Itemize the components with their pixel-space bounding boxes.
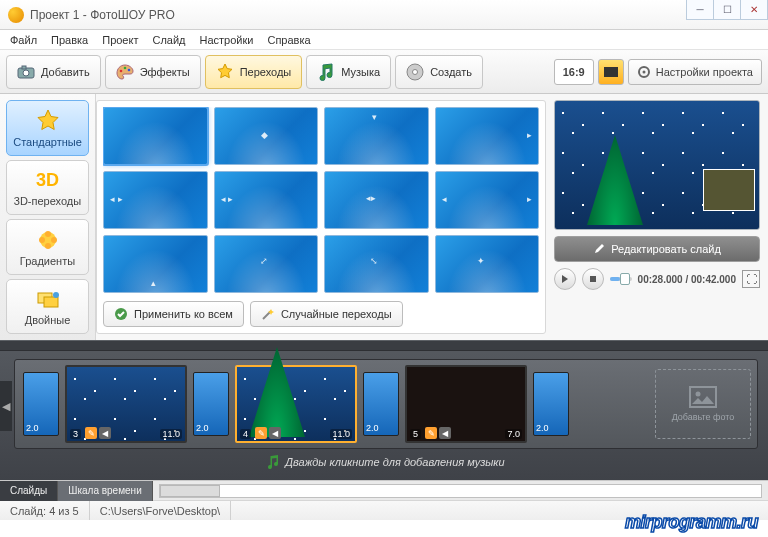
sidebar-label: Двойные bbox=[25, 314, 71, 326]
transition-chip[interactable]: 2.0 bbox=[363, 372, 399, 436]
project-settings-button[interactable]: Настройки проекта bbox=[628, 59, 762, 85]
transition-thumb[interactable]: ◂ ▸ bbox=[214, 171, 319, 229]
minimize-button[interactable]: ─ bbox=[686, 0, 714, 20]
sidebar-item-double[interactable]: Двойные bbox=[6, 279, 89, 335]
menubar: Файл Правка Проект Слайд Настройки Справ… bbox=[0, 30, 768, 50]
transition-thumb[interactable] bbox=[103, 107, 208, 165]
h-scrollbar[interactable] bbox=[159, 484, 762, 498]
sidebar-label: 3D-переходы bbox=[14, 195, 81, 207]
double-icon bbox=[35, 286, 61, 312]
sidebar-item-standard[interactable]: Стандартные bbox=[6, 100, 89, 156]
transition-thumb[interactable]: ▴ bbox=[103, 235, 208, 293]
aspect-ratio[interactable]: 16:9 bbox=[554, 59, 594, 85]
transition-thumb[interactable]: ◂ ▸ bbox=[103, 171, 208, 229]
close-button[interactable]: ✕ bbox=[740, 0, 768, 20]
transition-thumb[interactable]: ⤢ bbox=[214, 235, 319, 293]
apply-all-button[interactable]: Применить ко всем bbox=[103, 301, 244, 327]
music-icon bbox=[317, 63, 335, 81]
seek-slider[interactable] bbox=[610, 277, 632, 281]
sidebar: Стандартные 3D 3D-переходы Градиенты Дво… bbox=[0, 94, 96, 340]
timeline-nav-left[interactable]: ◀ bbox=[0, 381, 12, 431]
svg-point-9 bbox=[642, 70, 645, 73]
transition-thumb[interactable]: ◂▸ bbox=[324, 171, 429, 229]
transition-thumb[interactable]: ◂▸ bbox=[435, 171, 540, 229]
create-button[interactable]: Создать bbox=[395, 55, 483, 89]
music-label: Музыка bbox=[341, 66, 380, 78]
check-icon bbox=[114, 307, 128, 321]
random-button[interactable]: Случайные переходы bbox=[250, 301, 403, 327]
tab-slides[interactable]: Слайды bbox=[0, 481, 58, 501]
music-button[interactable]: Музыка bbox=[306, 55, 391, 89]
add-photo-label: Добавьте фото bbox=[672, 412, 735, 422]
sidebar-item-3d[interactable]: 3D 3D-переходы bbox=[6, 160, 89, 216]
play-button[interactable] bbox=[554, 268, 576, 290]
menu-edit[interactable]: Правка bbox=[45, 32, 94, 48]
sidebar-label: Стандартные bbox=[13, 136, 82, 148]
random-label: Случайные переходы bbox=[281, 308, 392, 320]
transition-thumb[interactable]: ▾ bbox=[324, 107, 429, 165]
status-path: C:\Users\Forve\Desktop\ bbox=[90, 501, 231, 520]
playback-controls: 00:28.000 / 00:42.000 ⛶ bbox=[554, 264, 760, 290]
stop-button[interactable] bbox=[582, 268, 604, 290]
pencil-icon[interactable]: ✎ bbox=[85, 427, 97, 439]
status-slide: Слайд: 4 из 5 bbox=[0, 501, 90, 520]
svg-rect-2 bbox=[22, 66, 26, 69]
menu-slide[interactable]: Слайд bbox=[146, 32, 191, 48]
timeline-slide[interactable]: 3✎◀11.0 bbox=[65, 365, 187, 443]
svg-rect-19 bbox=[590, 276, 596, 282]
transitions-gallery: ◆ ▾ ▸ ◂ ▸ ◂ ▸ ◂▸ ◂▸ ▴ ⤢ ⤡ ✦ Применить ко… bbox=[96, 100, 546, 334]
pencil-icon[interactable]: ✎ bbox=[255, 427, 267, 439]
pencil-icon[interactable]: ✎ bbox=[425, 427, 437, 439]
music-track[interactable]: Дважды кликните для добавления музыки bbox=[14, 453, 758, 471]
svg-point-14 bbox=[45, 243, 51, 249]
transition-thumb[interactable]: ◆ bbox=[214, 107, 319, 165]
transition-thumb[interactable]: ✦ bbox=[435, 235, 540, 293]
preview-viewport[interactable] bbox=[554, 100, 760, 230]
timeline-strip[interactable]: 2.0 3✎◀11.0 2.0 4✎◀11.0 2.0 5✎◀7.0 2.0 Д… bbox=[14, 359, 758, 449]
svg-point-13 bbox=[45, 231, 51, 237]
timeline-slide[interactable]: 5✎◀7.0 bbox=[405, 365, 527, 443]
sound-icon[interactable]: ◀ bbox=[99, 427, 111, 439]
create-label: Создать bbox=[430, 66, 472, 78]
star-icon bbox=[35, 108, 61, 134]
preview-panel: Редактировать слайд 00:28.000 / 00:42.00… bbox=[550, 94, 768, 340]
bottom-bar: Слайды Шкала времени bbox=[0, 480, 768, 500]
music-hint: Дважды кликните для добавления музыки bbox=[285, 456, 504, 468]
window-buttons: ─ ☐ ✕ bbox=[687, 0, 768, 20]
sound-icon[interactable]: ◀ bbox=[439, 427, 451, 439]
menu-file[interactable]: Файл bbox=[4, 32, 43, 48]
add-button[interactable]: Добавить bbox=[6, 55, 101, 89]
maximize-button[interactable]: ☐ bbox=[713, 0, 741, 20]
transition-thumb[interactable]: ⤡ bbox=[324, 235, 429, 293]
wand-icon bbox=[261, 307, 275, 321]
gradient-icon bbox=[35, 227, 61, 253]
preview-inset bbox=[703, 169, 755, 211]
effects-button[interactable]: Эффекты bbox=[105, 55, 201, 89]
sound-icon[interactable]: ◀ bbox=[269, 427, 281, 439]
menu-help[interactable]: Справка bbox=[261, 32, 316, 48]
transition-chip[interactable]: 2.0 bbox=[193, 372, 229, 436]
edit-slide-label: Редактировать слайд bbox=[611, 243, 721, 255]
menu-settings[interactable]: Настройки bbox=[194, 32, 260, 48]
color-button[interactable] bbox=[598, 59, 624, 85]
effects-label: Эффекты bbox=[140, 66, 190, 78]
pencil-icon bbox=[593, 243, 605, 255]
tab-timescale[interactable]: Шкала времени bbox=[58, 481, 152, 501]
project-settings-label: Настройки проекта bbox=[656, 66, 753, 78]
transition-chip[interactable]: 2.0 bbox=[23, 372, 59, 436]
sidebar-item-gradients[interactable]: Градиенты bbox=[6, 219, 89, 275]
svg-point-4 bbox=[123, 66, 126, 69]
add-photo-button[interactable]: Добавьте фото bbox=[655, 369, 751, 439]
menu-project[interactable]: Проект bbox=[96, 32, 144, 48]
fullscreen-button[interactable]: ⛶ bbox=[742, 270, 760, 288]
transition-chip[interactable]: 2.0 bbox=[533, 372, 569, 436]
palette-icon bbox=[116, 63, 134, 81]
timeline-slide[interactable]: 4✎◀11.0 bbox=[235, 365, 357, 443]
time-display: 00:28.000 / 00:42.000 bbox=[638, 274, 736, 285]
titlebar: Проект 1 - ФотоШОУ PRO ─ ☐ ✕ bbox=[0, 0, 768, 30]
transition-thumb[interactable]: ▸ bbox=[435, 107, 540, 165]
edit-slide-button[interactable]: Редактировать слайд bbox=[554, 236, 760, 262]
svg-point-1 bbox=[23, 70, 29, 76]
transitions-button[interactable]: Переходы bbox=[205, 55, 303, 89]
gear-icon bbox=[637, 65, 651, 79]
